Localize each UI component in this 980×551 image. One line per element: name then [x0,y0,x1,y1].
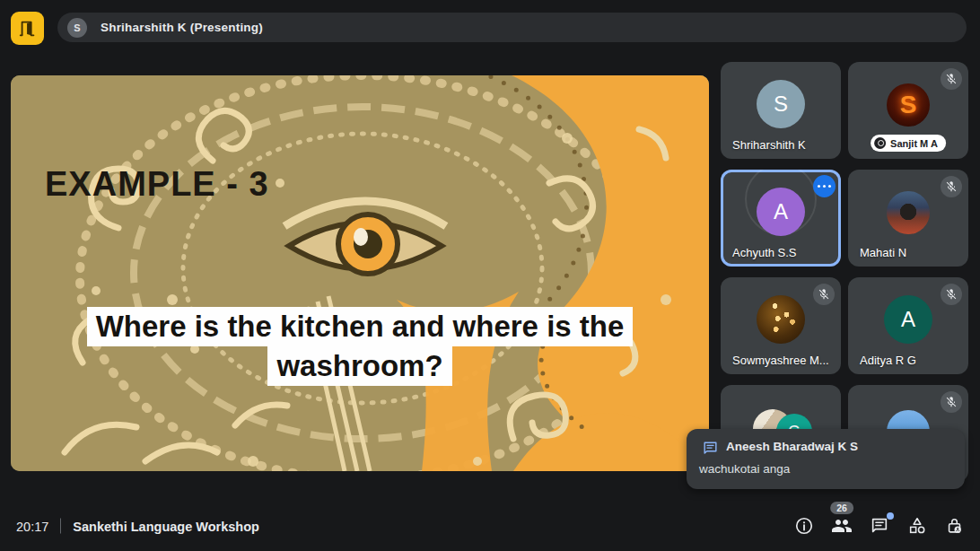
lock-person-icon [945,516,965,536]
clock-time: 20:17 [16,519,48,533]
slide-ornament-background [11,75,709,471]
avatar-photo [887,191,930,234]
meeting-info: 20:17 Sankethi Language Workshop [16,519,259,534]
slide-question-line2: washroom? [267,346,451,386]
activities-button[interactable] [906,515,928,537]
participants-count-badge: 26 [830,502,853,514]
panel-buttons: 26 [793,515,966,537]
mic-muted-badge [941,391,962,413]
chat-icon [870,516,889,536]
tile-more-options-button[interactable] [813,175,836,197]
participant-tile-sowmyashree[interactable]: Sowmyashree M... [721,277,841,374]
chat-toast-message: wachukotai anga [699,462,790,476]
info-icon [794,516,814,536]
presentation-stage: EXAMPLE - 3 Where is the kitchen and whe… [11,75,709,471]
mic-off-icon [945,180,958,193]
participant-tile-achyuth[interactable]: A Achyuth S.S [721,170,841,267]
avatar: A [757,188,805,236]
presenter-banner: S Shriharshith K (Presenting) [57,13,967,42]
slide-title: EXAMPLE - 3 [45,165,269,204]
host-controls-button[interactable] [944,515,966,537]
participant-name: Sowmyashree M... [732,354,829,367]
people-panel-button[interactable]: 26 [831,515,853,537]
participant-name-pill: Sanjit M A [871,135,946,152]
chat-icon [702,440,719,457]
people-icon [831,515,853,537]
avatar-photo [757,295,805,344]
avatar: A [884,295,932,344]
participant-name: Achyuth S.S [732,246,797,259]
mic-muted-badge [941,284,962,305]
mic-off-icon [818,288,830,301]
presenter-avatar: S [67,18,87,38]
mic-off-icon [945,73,958,85]
participant-tile-sanjit[interactable]: S Sanjit M A [848,62,968,159]
mic-muted-badge [941,68,962,90]
chat-toast-sender: Aneesh Bharadwaj K S [726,440,858,453]
participant-name: Shriharshith K [732,138,806,152]
avatar: S [757,80,805,128]
participant-tile-aditya[interactable]: A Aditya R G [848,277,968,374]
participant-tile-mahati[interactable]: Mahati N [848,170,968,267]
slide-question: Where is the kitchen and where is the wa… [11,307,709,386]
chat-unread-dot [887,512,894,520]
chat-notification-toast[interactable]: Aneesh Bharadwaj K S wachukotai anga [687,429,965,489]
chat-panel-button[interactable] [869,515,890,537]
slide-question-line1: Where is the kitchen and where is the [87,307,634,346]
meeting-name: Sankethi Language Workshop [73,519,259,533]
mic-off-icon [945,288,958,301]
participant-name: Aditya R G [860,354,916,367]
meet-window: S Shriharshith K (Presenting) [0,0,980,551]
door-icon [18,19,38,39]
participant-tile-shriharshith[interactable]: S Shriharshith K [721,62,841,159]
participant-name: Mahati N [860,246,906,259]
divider [60,519,61,534]
activities-shapes-icon [907,516,927,536]
meeting-details-button[interactable] [793,515,815,537]
mic-off-icon [945,396,958,408]
pill-avatar-icon [874,137,886,149]
bottom-bar: 20:17 Sankethi Language Workshop CC [0,501,980,551]
mic-muted-badge [813,284,835,305]
extension-logo[interactable] [11,12,44,45]
avatar: S [887,83,930,127]
mic-muted-badge [941,176,962,197]
presenter-label: Shriharshith K (Presenting) [101,21,263,34]
participants-grid: S Shriharshith K S Sanjit M A A Achyuth … [721,62,968,482]
